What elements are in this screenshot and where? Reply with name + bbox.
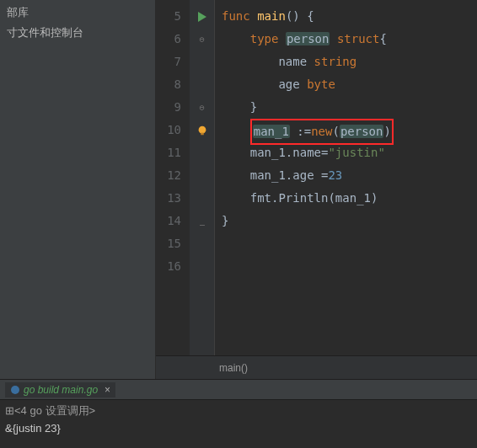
breadcrumb-item[interactable]: main() — [219, 362, 248, 374]
run-line-icon[interactable] — [198, 5, 206, 28]
code-line: } — [222, 210, 477, 232]
run-config-label: go build main.go — [24, 384, 98, 396]
line-number: 5 — [156, 5, 190, 28]
line-number: 11 — [156, 141, 190, 164]
icon-gutter: ⊖ ⊖ ⎯ — [190, 0, 215, 355]
svg-point-1 — [198, 125, 206, 133]
code-line: name string — [222, 51, 477, 73]
close-icon[interactable]: × — [101, 384, 110, 396]
line-number: 6 — [156, 28, 190, 51]
line-number: 14 — [156, 210, 190, 232]
console-output: &{justin 23} — [5, 419, 472, 435]
run-config-tab[interactable]: go build main.go × — [5, 382, 115, 397]
code-line: fmt.Println(man_1) — [222, 187, 477, 210]
fold-icon[interactable]: ⊖ — [199, 28, 204, 51]
go-icon — [10, 385, 20, 395]
line-number: 16 — [156, 255, 190, 278]
code-line: man_1 :=new(person) — [222, 119, 477, 141]
sidebar-item[interactable]: 部库 — [0, 3, 155, 24]
code-line: type person struct{ — [222, 28, 477, 51]
line-number: 12 — [156, 164, 190, 187]
run-tabs: go build main.go × — [0, 379, 477, 399]
code-content[interactable]: func main() { type person struct{ name s… — [215, 0, 477, 355]
svg-marker-0 — [198, 12, 206, 22]
code-line: man_1.name="justin" — [222, 141, 477, 164]
breadcrumb[interactable]: main() — [156, 355, 477, 379]
sidebar-item[interactable]: 寸文件和控制台 — [0, 24, 155, 44]
line-number-gutter: 5 6 7 8 9 10 11 12 13 14 15 16 — [156, 0, 190, 355]
code-line: age byte — [222, 73, 477, 96]
svg-point-3 — [11, 386, 19, 394]
code-line: man_1.age =23 — [222, 164, 477, 187]
fold-icon[interactable]: ⊖ — [199, 96, 204, 119]
code-line — [222, 255, 477, 278]
line-number: 7 — [156, 51, 190, 73]
sidebar: 部库 寸文件和控制台 — [0, 0, 156, 379]
fold-end-icon[interactable]: ⎯ — [200, 210, 205, 232]
line-number: 15 — [156, 232, 190, 255]
line-number: 10 — [156, 119, 190, 141]
line-number: 9 — [156, 96, 190, 119]
editor-area: 5 6 7 8 9 10 11 12 13 14 15 16 — [156, 0, 477, 379]
svg-rect-2 — [201, 132, 204, 135]
code-line: } — [222, 96, 477, 119]
code-line: func main() { — [222, 5, 477, 28]
line-number: 13 — [156, 187, 190, 210]
code-line — [222, 232, 477, 255]
run-console[interactable]: ⊞<4 go 设置调用> &{justin 23} — [0, 399, 477, 448]
code-editor[interactable]: 5 6 7 8 9 10 11 12 13 14 15 16 — [156, 0, 477, 355]
console-command: ⊞<4 go 设置调用> — [5, 403, 472, 419]
line-number: 8 — [156, 73, 190, 96]
lightbulb-icon[interactable] — [196, 119, 208, 141]
